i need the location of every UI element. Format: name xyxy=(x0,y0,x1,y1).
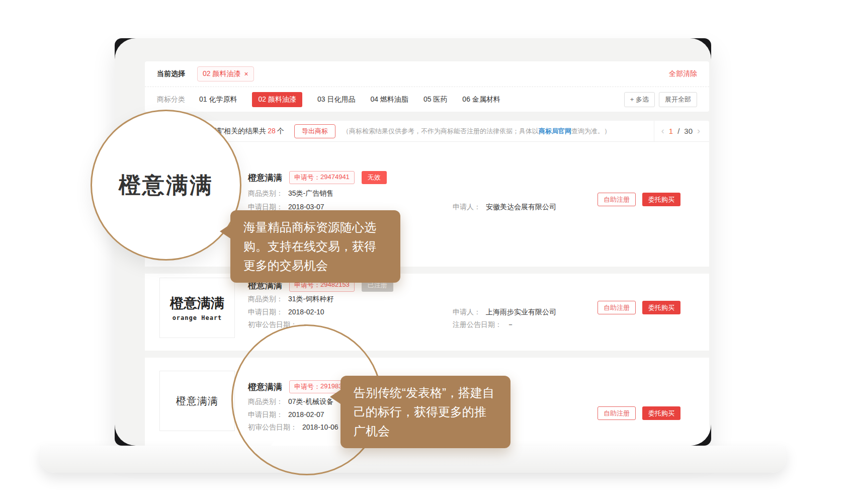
date-line: 申请日期：2018-02-10 申请人：上海雨步实业有限公司 xyxy=(248,308,630,317)
multi-select-button[interactable]: + 多选 xyxy=(624,92,655,107)
category-tab-05[interactable]: 05 医药 xyxy=(423,95,447,104)
category-tab-06[interactable]: 06 金属材料 xyxy=(462,95,500,104)
applicant-cell: 申请人：安徽美达会展有限公司 xyxy=(453,203,556,212)
selected-filter-tag[interactable]: 02 颜料油漆 × xyxy=(197,66,254,81)
magnified-trademark-text: 橙意满满 xyxy=(119,171,213,200)
category-line: 商品类别：31类-饲料种籽 xyxy=(248,295,333,304)
magnifier-circle: 橙意满满 xyxy=(91,110,241,261)
entrust-buy-button[interactable]: 委托购买 xyxy=(642,406,680,420)
category-row: 商标分类 01 化学原料 02 颜料油漆 03 日化用品 04 燃料油脂 05 … xyxy=(145,87,709,112)
application-number-label: 申请号： xyxy=(294,173,320,182)
pagination-separator: / xyxy=(677,127,679,135)
apply-date-label: 申请日期： xyxy=(248,203,283,211)
category-tab-03[interactable]: 03 日化用品 xyxy=(317,95,355,104)
self-register-button[interactable]: 自助注册 xyxy=(598,301,636,314)
application-number-tag: 申请号：29474941 xyxy=(289,171,355,184)
category-value: 35类-广告销售 xyxy=(288,189,333,197)
apply-date-value: 2018-02-10 xyxy=(288,308,324,316)
row-actions: 自助注册 委托购买 xyxy=(598,301,680,314)
pagination-current: 1 xyxy=(669,127,673,135)
current-selection-label: 当前选择 xyxy=(157,69,185,78)
clear-all-button[interactable]: 全部清除 xyxy=(669,69,697,78)
results-header: 为你检索到“橙意满满”相关的结果共28个 导出商标 （商标检索结果仅供参考，不作… xyxy=(145,121,709,142)
self-register-button[interactable]: 自助注册 xyxy=(598,193,636,206)
page: 当前选择 02 颜料油漆 × 全部清除 商标分类 01 化学原料 02 颜料油漆… xyxy=(0,0,853,504)
export-trademarks-button[interactable]: 导出商标 xyxy=(294,124,335,138)
category-tab-01[interactable]: 01 化学原料 xyxy=(199,95,237,104)
callout-bubble-promotion: 告别传统“发表格”，搭建自己的标行，获得更多的推广机会 xyxy=(340,376,510,448)
results-disclaimer: （商标检索结果仅供参考，不作为商标能否注册的法律依据；具体以商标局官网查询为准。… xyxy=(343,127,611,136)
reg-notice-label: 注册公告日期： xyxy=(453,320,502,328)
applicant-label: 申请人： xyxy=(453,308,481,316)
category-value: 31类-饲料种籽 xyxy=(288,295,333,303)
callout-bubble-marketplace: 海量精品商标资源随心选购。支持在线交易，获得更多的交易机会 xyxy=(230,210,400,283)
thumbnail-text: 橙意满满 xyxy=(170,294,224,312)
disclaimer-text: （商标检索结果仅供参考，不作为商标能否注册的法律依据；具体以 xyxy=(343,127,539,135)
results-count-unit: 个 xyxy=(277,127,284,135)
selected-filter-tag-label: 02 颜料油漆 xyxy=(203,69,240,78)
pagination: ‹ 1 / 30 › xyxy=(654,121,709,141)
category-line: 商品类别：35类-广告销售 xyxy=(248,189,333,198)
trademark-thumbnail: 橙意满满 orange Heart xyxy=(159,278,235,338)
category-tools: + 多选 展开全部 xyxy=(624,92,697,107)
thumbnail-text: 橙意满满 xyxy=(176,394,218,408)
applicant-value: 安徽美达会展有限公司 xyxy=(486,203,556,211)
filter-panel: 当前选择 02 颜料油漆 × 全部清除 商标分类 01 化学原料 02 颜料油漆… xyxy=(145,61,709,112)
apply-date-value: 2018-03-07 xyxy=(288,203,324,211)
close-icon[interactable]: × xyxy=(244,70,248,78)
category-label: 商品类别： xyxy=(248,295,283,303)
status-badge: 无效 xyxy=(362,171,387,184)
self-register-button[interactable]: 自助注册 xyxy=(598,406,636,420)
category-tabs: 01 化学原料 02 颜料油漆 03 日化用品 04 燃料油脂 05 医药 06… xyxy=(199,92,500,107)
category-tab-04[interactable]: 04 燃料油脂 xyxy=(370,95,408,104)
trademark-thumbnail: 橙意满满 xyxy=(159,371,235,431)
pagination-total: 30 xyxy=(684,127,693,135)
laptop-base xyxy=(40,446,786,473)
category-label: 商品类别： xyxy=(248,189,283,197)
expand-all-button[interactable]: 展开全部 xyxy=(659,92,697,107)
trademark-name[interactable]: 橙意满满 xyxy=(248,172,282,184)
row-separator xyxy=(145,351,709,358)
category-tab-02-active[interactable]: 02 颜料油漆 xyxy=(252,92,302,107)
applicant-cell: 申请人：上海雨步实业有限公司 xyxy=(453,308,556,317)
applicant-value: 上海雨步实业有限公司 xyxy=(486,308,556,316)
row-actions: 自助注册 委托购买 xyxy=(598,193,680,206)
category-row-label: 商标分类 xyxy=(157,95,185,104)
pagination-next-icon[interactable]: › xyxy=(697,126,700,136)
reg-notice-cell: 注册公告日期：－ xyxy=(453,320,514,329)
table-row-title: 橙意满满 申请号：29474941 无效 xyxy=(248,171,387,184)
apply-date-label: 申请日期： xyxy=(248,308,283,316)
thumbnail-subtext: orange Heart xyxy=(173,314,222,321)
results-count: 28 xyxy=(268,127,276,135)
disclaimer-text-end: 查询为准。） xyxy=(571,127,611,135)
pagination-prev-icon[interactable]: ‹ xyxy=(661,126,664,136)
trademark-office-link[interactable]: 商标局官网 xyxy=(539,127,571,135)
row-actions: 自助注册 委托购买 xyxy=(598,406,680,420)
reg-notice-value: － xyxy=(507,320,514,328)
application-number-value: 29474941 xyxy=(320,173,350,182)
entrust-buy-button[interactable]: 委托购买 xyxy=(642,193,680,206)
row-separator xyxy=(145,267,709,274)
current-selection-row: 当前选择 02 颜料油漆 × 全部清除 xyxy=(145,61,709,87)
applicant-label: 申请人： xyxy=(453,203,481,211)
entrust-buy-button[interactable]: 委托购买 xyxy=(642,301,680,314)
